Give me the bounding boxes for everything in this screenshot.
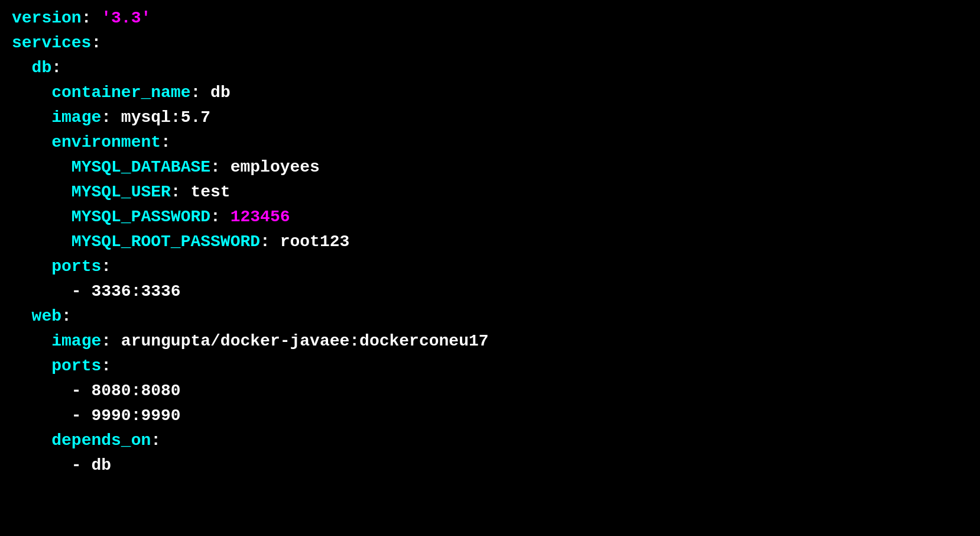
code-token: services [12, 34, 91, 52]
code-token [12, 208, 72, 226]
code-token: ports [51, 257, 101, 276]
code-line: MYSQL_ROOT_PASSWORD: root123 [12, 230, 968, 254]
code-token: : [82, 9, 102, 27]
code-line: - 9990:9990 [12, 403, 968, 428]
code-token [12, 108, 51, 127]
code-token: db [32, 59, 52, 77]
code-line: container_name: db [12, 80, 968, 105]
code-token: 123456 [231, 208, 290, 226]
code-token: : db [190, 83, 230, 102]
code-token: MYSQL_PASSWORD [72, 208, 210, 226]
code-token: container_name [51, 83, 190, 102]
code-token: ports [51, 357, 101, 375]
code-token: : mysql:5.7 [101, 108, 210, 127]
code-line: MYSQL_DATABASE: employees [12, 155, 968, 180]
code-line: ports: [12, 254, 968, 279]
code-token [12, 257, 51, 276]
code-line: image: mysql:5.7 [12, 105, 968, 130]
code-token: - db [12, 456, 111, 474]
code-token: : [51, 59, 61, 77]
code-token: : employees [210, 158, 320, 176]
code-token: : [91, 34, 101, 52]
code-block: version: '3.3'services: db: container_na… [12, 6, 968, 478]
code-token: : [210, 208, 231, 226]
code-line: depends_on: [12, 428, 968, 453]
code-token: version [12, 9, 82, 27]
code-token: depends_on [51, 431, 151, 450]
code-token [12, 431, 51, 450]
code-token: : arungupta/docker-javaee:dockerconeu17 [101, 332, 488, 350]
code-token [12, 59, 32, 77]
code-line: environment: [12, 130, 968, 155]
code-token [12, 158, 72, 176]
code-token [12, 307, 32, 325]
code-token [12, 133, 51, 151]
code-token: : [61, 307, 72, 325]
code-token: MYSQL_ROOT_PASSWORD [72, 233, 260, 251]
code-token: MYSQL_USER [72, 183, 171, 201]
code-token: web [32, 307, 61, 325]
code-line: web: [12, 304, 968, 329]
code-token: image [51, 108, 101, 127]
code-token: : root123 [260, 233, 349, 251]
code-line: image: arungupta/docker-javaee:dockercon… [12, 329, 968, 354]
code-token: : [101, 357, 111, 375]
code-line: - db [12, 453, 968, 478]
code-token [12, 233, 72, 251]
code-token: '3.3' [101, 9, 151, 27]
code-line: - 8080:8080 [12, 379, 968, 403]
code-token: : [151, 431, 161, 450]
code-token: - 8080:8080 [12, 382, 181, 400]
code-token [12, 357, 51, 375]
code-token [12, 183, 72, 201]
code-token [12, 332, 51, 350]
code-token: : [161, 133, 171, 151]
code-line: ports: [12, 354, 968, 379]
code-line: - 3336:3336 [12, 279, 968, 304]
code-line: db: [12, 56, 968, 80]
code-line: MYSQL_USER: test [12, 180, 968, 205]
code-line: version: '3.3' [12, 6, 968, 31]
code-token: - 3336:3336 [12, 282, 181, 301]
code-token: MYSQL_DATABASE [72, 158, 210, 176]
code-line: MYSQL_PASSWORD: 123456 [12, 205, 968, 230]
code-token [12, 83, 51, 102]
code-token: environment [51, 133, 161, 151]
code-line: services: [12, 31, 968, 56]
code-token: : test [171, 183, 231, 201]
code-token: - 9990:9990 [12, 406, 181, 425]
code-token: image [51, 332, 101, 350]
code-token: : [101, 257, 111, 276]
